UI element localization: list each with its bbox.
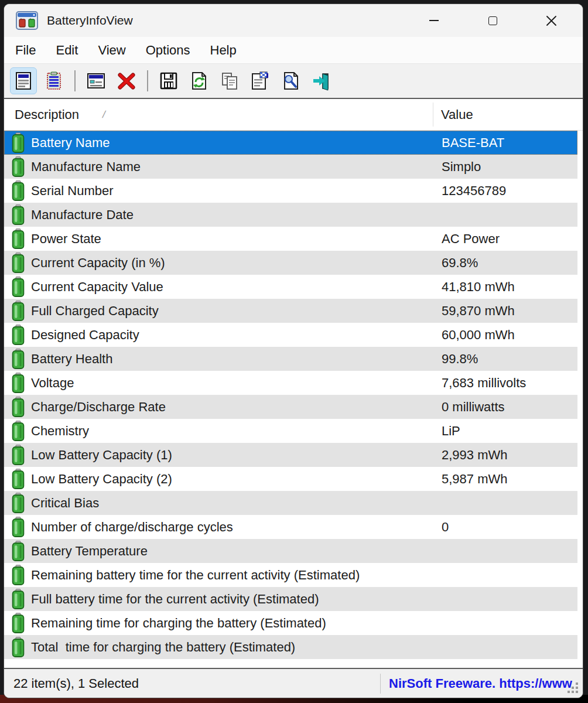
row-description: Manufacture Name xyxy=(25,159,433,175)
row-description: Serial Number xyxy=(25,183,433,199)
table-row[interactable]: Full battery time for the current activi… xyxy=(4,587,577,611)
row-description: Critical Bias xyxy=(25,496,433,511)
table-row[interactable]: Number of charge/discharge cycles 0 xyxy=(4,515,577,539)
status-item-count: 22 item(s), 1 Selected xyxy=(4,676,380,691)
menu-help[interactable]: Help xyxy=(201,40,245,60)
column-divider[interactable] xyxy=(433,103,433,127)
row-description: Number of charge/discharge cycles xyxy=(25,520,433,535)
row-description: Battery Health xyxy=(25,352,433,367)
table-row[interactable]: Manufacture Date xyxy=(4,203,577,227)
row-description: Voltage xyxy=(25,376,433,391)
menu-file[interactable]: File xyxy=(6,40,45,60)
row-value: 60,000 mWh xyxy=(433,327,515,343)
column-header-value-label: Value xyxy=(441,107,473,122)
options-window-icon xyxy=(86,71,107,91)
battery-icon xyxy=(12,277,25,297)
battery-icon xyxy=(12,421,25,441)
battery-icon xyxy=(12,565,25,585)
floppy-disk-icon xyxy=(159,71,179,91)
table-row[interactable]: Total time for charging the battery (Est… xyxy=(4,635,577,659)
row-value: 123456789 xyxy=(433,183,506,199)
toolbar-exit-button[interactable] xyxy=(307,67,334,94)
toolbar-advanced-options-button[interactable] xyxy=(83,67,110,94)
toolbar-properties-button[interactable] xyxy=(247,67,274,94)
table-row[interactable]: Remaining battery time for the current a… xyxy=(4,563,577,587)
table-row[interactable]: Designed Capacity 60,000 mWh xyxy=(4,323,577,347)
statusbar: 22 item(s), 1 Selected NirSoft Freeware.… xyxy=(4,669,583,698)
table-row[interactable]: Battery Health 99.8% xyxy=(4,347,577,371)
minimize-button[interactable] xyxy=(405,4,463,37)
row-value: 2,993 mWh xyxy=(433,448,508,463)
battery-icon xyxy=(12,589,25,609)
table-row[interactable]: Manufacture Name Simplo xyxy=(4,155,577,179)
close-button[interactable] xyxy=(522,4,580,37)
row-description: Full battery time for the current activi… xyxy=(25,592,433,607)
battery-icon xyxy=(12,541,25,561)
resize-grip-icon[interactable] xyxy=(576,691,578,693)
toolbar-battery-log-button[interactable] xyxy=(40,67,67,94)
toolbar-separator xyxy=(74,70,76,91)
table-row[interactable]: Full Charged Capacity 59,870 mWh xyxy=(4,299,577,323)
list-header: Description / Value xyxy=(4,99,583,131)
table-row[interactable]: Serial Number 123456789 xyxy=(4,179,577,203)
row-description: Chemistry xyxy=(25,424,433,439)
column-header-value[interactable]: Value xyxy=(433,107,473,122)
row-value: 41,810 mWh xyxy=(433,279,515,295)
toolbar xyxy=(4,64,583,98)
battery-icon xyxy=(12,228,25,249)
toolbar-delete-button[interactable] xyxy=(113,67,140,94)
table-row[interactable]: Power State AC Power xyxy=(4,227,577,251)
toolbar-refresh-button[interactable] xyxy=(186,67,213,94)
row-description: Remaining time for charging the battery … xyxy=(25,616,433,631)
toolbar-find-button[interactable] xyxy=(277,67,304,94)
report-icon xyxy=(13,71,33,91)
table-row[interactable]: Charge/Discharge Rate 0 milliwatts xyxy=(4,395,577,419)
red-x-icon xyxy=(117,71,136,91)
minimize-icon xyxy=(429,20,439,21)
battery-icon xyxy=(12,469,25,489)
battery-icon xyxy=(12,325,25,345)
row-value: AC Power xyxy=(433,231,500,247)
table-row[interactable]: Battery Name BASE-BAT xyxy=(4,131,577,155)
table-row[interactable]: Battery Temperature xyxy=(4,539,577,563)
table-row[interactable]: Current Capacity Value 41,810 mWh xyxy=(4,275,577,299)
row-description: Designed Capacity xyxy=(25,327,433,343)
maximize-button[interactable] xyxy=(463,4,522,37)
app-icon xyxy=(16,11,38,30)
battery-icon xyxy=(12,349,25,369)
table-row[interactable]: Voltage 7,683 millivolts xyxy=(4,371,577,395)
toolbar-battery-information-button[interactable] xyxy=(10,67,37,94)
row-value: LiP xyxy=(433,424,460,439)
clipboard-icon xyxy=(44,71,64,91)
row-value: 59,870 mWh xyxy=(433,303,515,319)
menu-edit[interactable]: Edit xyxy=(47,40,87,60)
window-controls xyxy=(405,4,580,37)
menu-options[interactable]: Options xyxy=(137,40,199,60)
row-description: Current Capacity (in %) xyxy=(25,255,433,271)
column-header-description[interactable]: Description / xyxy=(4,107,433,122)
table-row[interactable]: Low Battery Capacity (2) 5,987 mWh xyxy=(4,467,577,491)
table-row[interactable]: Low Battery Capacity (1) 2,993 mWh xyxy=(4,443,577,467)
table-row[interactable]: Critical Bias xyxy=(4,491,577,515)
menu-view[interactable]: View xyxy=(89,40,134,60)
toolbar-save-button[interactable] xyxy=(155,67,182,94)
row-description: Battery Name xyxy=(25,135,433,151)
batteryinfoview-window: BatteryInfoView File Edit View Options H… xyxy=(4,4,583,698)
battery-icon xyxy=(12,445,25,465)
battery-icon xyxy=(12,132,25,153)
nirsoft-link[interactable]: NirSoft Freeware. https://www xyxy=(381,676,583,691)
find-icon xyxy=(281,71,300,91)
row-value: Simplo xyxy=(433,159,481,175)
row-description: Low Battery Capacity (2) xyxy=(25,472,433,487)
table-row[interactable]: Current Capacity (in %) 69.8% xyxy=(4,251,577,275)
properties-icon xyxy=(249,71,271,91)
exit-door-icon xyxy=(311,71,331,91)
toolbar-copy-button[interactable] xyxy=(216,67,243,94)
titlebar: BatteryInfoView xyxy=(4,4,583,37)
row-value: 5,987 mWh xyxy=(433,472,508,487)
battery-icon xyxy=(12,493,25,513)
refresh-icon xyxy=(189,71,209,91)
table-row[interactable]: Remaining time for charging the battery … xyxy=(4,611,577,635)
table-row[interactable]: Chemistry LiP xyxy=(4,419,577,443)
battery-icon xyxy=(12,637,25,657)
